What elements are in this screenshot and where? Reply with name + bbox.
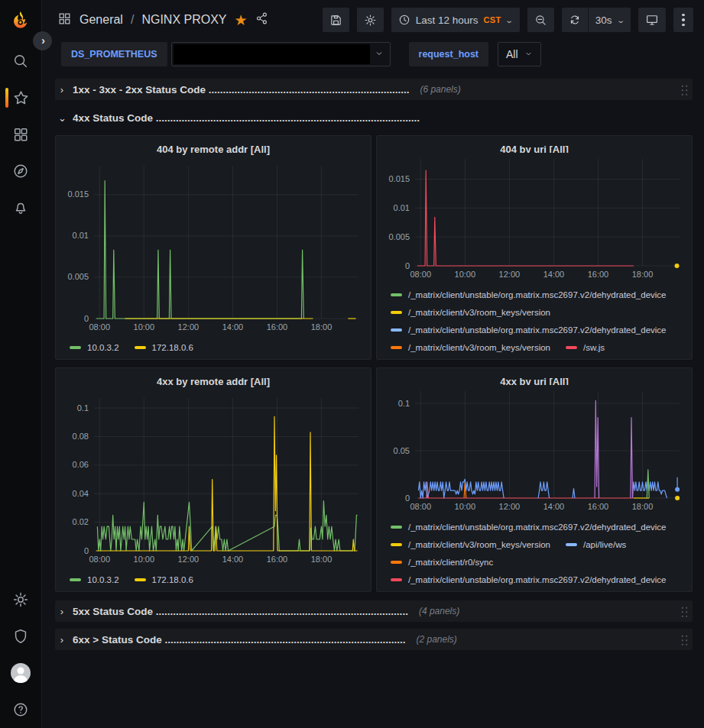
request-host-variable-label: request_host bbox=[409, 42, 489, 66]
row-title: 6xx > Status Code ......................… bbox=[73, 634, 406, 645]
svg-text:14:00: 14:00 bbox=[222, 555, 244, 564]
legend-item[interactable]: /sw.js bbox=[566, 343, 605, 352]
topbar-controls: Last 12 hours CST ⌄ 30s ⌄ bbox=[323, 8, 693, 32]
sidebar-item-alerting[interactable] bbox=[0, 189, 42, 226]
row-5xx[interactable]: › 5xx Status Code ......................… bbox=[55, 600, 693, 622]
row-6xx[interactable]: › 6xx > Status Code ....................… bbox=[55, 629, 693, 650]
refresh-interval-label: 30s bbox=[595, 15, 612, 26]
chevron-down-icon bbox=[524, 48, 533, 60]
more-options-button[interactable] bbox=[673, 8, 693, 32]
legend-item[interactable]: 172.18.0.6 bbox=[135, 575, 193, 584]
legend-item[interactable]: /_matrix/client/unstable/org.matrix.msc2… bbox=[391, 290, 667, 299]
svg-text:18:00: 18:00 bbox=[632, 270, 654, 279]
legend-item[interactable]: 10.0.3.2 bbox=[70, 343, 119, 352]
alerting-bell-icon bbox=[12, 199, 29, 216]
sidebar-item-search[interactable] bbox=[0, 43, 42, 79]
row-title: 5xx Status Code ........................… bbox=[73, 606, 408, 617]
row-4xx[interactable]: ⌄ 4xx Status Code ......................… bbox=[55, 107, 693, 128]
svg-text:0.02: 0.02 bbox=[73, 517, 89, 526]
sidebar-item-server-admin[interactable] bbox=[0, 618, 42, 655]
request-host-select[interactable]: All bbox=[498, 42, 541, 66]
kebab-icon bbox=[682, 14, 685, 27]
svg-text:0.04: 0.04 bbox=[73, 489, 89, 498]
svg-text:08:00: 08:00 bbox=[410, 270, 431, 279]
legend-row: /_matrix/client/unstable/org.matrix.msc2… bbox=[391, 571, 686, 588]
legend-swatch bbox=[391, 328, 402, 332]
sidebar-item-help[interactable] bbox=[0, 691, 42, 728]
active-indicator bbox=[5, 88, 8, 108]
legend-item[interactable]: /_matrix/client/v3/room_keys/version bbox=[391, 343, 550, 352]
legend-item[interactable]: 172.18.0.6 bbox=[135, 343, 193, 352]
cycle-view-mode-button[interactable] bbox=[638, 8, 666, 32]
apps-grid-icon bbox=[57, 11, 72, 29]
legend-row: /_matrix/client/r0/sync bbox=[391, 553, 686, 571]
sidebar-item-profile[interactable] bbox=[0, 655, 42, 691]
topbar: General / NGINX PROXY ★ Last 12 hours bbox=[42, 0, 704, 40]
dashboard-title[interactable]: NGINX PROXY bbox=[141, 13, 226, 27]
legend-swatch bbox=[391, 561, 402, 564]
refresh-button[interactable] bbox=[562, 8, 588, 32]
favorite-star-icon[interactable]: ★ bbox=[235, 13, 248, 28]
dashboards-icon bbox=[12, 126, 29, 143]
panel-title[interactable]: 404 by remote addr [All] bbox=[62, 140, 365, 160]
save-dashboard-button[interactable] bbox=[323, 8, 349, 32]
legend-item[interactable]: 10.0.3.2 bbox=[70, 575, 119, 584]
breadcrumb-section[interactable]: General bbox=[79, 13, 123, 27]
redacted-datasource-value bbox=[174, 44, 370, 64]
legend-item[interactable]: /_matrix/client/unstable/org.matrix.msc2… bbox=[391, 325, 667, 335]
share-icon[interactable] bbox=[255, 11, 269, 28]
row-1xx-3xx-2xx[interactable]: › 1xx - 3xx - 2xx Status Code ..........… bbox=[55, 79, 693, 100]
row-panel-count: (4 panels) bbox=[419, 606, 459, 616]
chart-area: 08:0010:0012:0014:0016:0018:0000.0050.01… bbox=[383, 153, 686, 284]
refresh-interval-select[interactable]: 30s ⌄ bbox=[589, 8, 631, 32]
svg-text:18:00: 18:00 bbox=[311, 322, 333, 332]
row-drag-handle[interactable] bbox=[680, 605, 688, 618]
shield-icon bbox=[12, 628, 29, 645]
legend-swatch bbox=[135, 578, 146, 581]
svg-text:0: 0 bbox=[84, 314, 89, 323]
svg-text:10:00: 10:00 bbox=[455, 270, 476, 279]
chevron-down-icon: ⌄ bbox=[58, 112, 66, 124]
sidebar-item-starred[interactable] bbox=[0, 79, 42, 116]
legend-label: 172.18.0.6 bbox=[152, 575, 193, 584]
panel-title[interactable]: 4xx by remote addr [All] bbox=[62, 372, 365, 392]
legend-item[interactable]: /_matrix/client/r0/sync bbox=[391, 558, 493, 567]
svg-text:10:00: 10:00 bbox=[455, 502, 476, 511]
chart: 08:0010:0012:0014:0016:0018:0000.050.1 bbox=[383, 385, 686, 513]
legend-label: /_matrix/client/unstable/org.matrix.msc2… bbox=[408, 575, 667, 584]
legend-item[interactable]: /_matrix/client/v3/room_keys/version bbox=[391, 308, 550, 317]
sidebar-item-dashboards[interactable] bbox=[0, 116, 42, 153]
chart: 08:0010:0012:0014:0016:0018:0000.0050.01… bbox=[383, 153, 686, 281]
row-title: 1xx - 3xx - 2xx Status Code ............… bbox=[73, 84, 409, 95]
chart: 08:0010:0012:0014:0016:0018:0000.0050.01… bbox=[62, 160, 365, 334]
sidebar-expand-button[interactable]: › bbox=[33, 31, 52, 50]
panel-404-by-remote-addr-all-: 404 by remote addr [All]08:0010:0012:001… bbox=[55, 135, 371, 360]
legend-item[interactable]: /_matrix/client/v3/room_keys/version bbox=[391, 540, 550, 549]
row-drag-handle[interactable] bbox=[680, 633, 688, 646]
datasource-select[interactable] bbox=[171, 42, 391, 66]
legend-swatch bbox=[391, 311, 402, 314]
row-panel-count: (6 panels) bbox=[420, 84, 460, 95]
panel-title[interactable]: 4xx by uri [All] bbox=[383, 372, 686, 385]
legend-label: /_matrix/client/v3/room_keys/version bbox=[408, 308, 550, 317]
row-drag-handle[interactable] bbox=[680, 83, 688, 96]
panel-title[interactable]: 404 by uri [All] bbox=[383, 140, 686, 153]
legend-label: /_matrix/client/unstable/org.matrix.msc2… bbox=[408, 290, 667, 299]
dashboard-settings-button[interactable] bbox=[357, 8, 384, 32]
sidebar-item-explore[interactable] bbox=[0, 153, 42, 189]
legend-swatch bbox=[70, 578, 81, 581]
legend-item[interactable]: /api/live/ws bbox=[566, 540, 626, 549]
svg-text:08:00: 08:00 bbox=[410, 502, 431, 511]
legend-item[interactable]: /_matrix/client/unstable/org.matrix.msc2… bbox=[391, 575, 667, 584]
time-range-picker[interactable]: Last 12 hours CST ⌄ bbox=[391, 8, 520, 32]
svg-text:14:00: 14:00 bbox=[543, 270, 565, 279]
sidebar-item-settings[interactable] bbox=[0, 581, 42, 618]
datasource-variable-label: DS_PROMETHEUS bbox=[61, 42, 167, 66]
starred-icon bbox=[12, 89, 30, 107]
svg-text:0: 0 bbox=[405, 493, 410, 503]
svg-text:08:00: 08:00 bbox=[89, 555, 110, 564]
legend-label: /api/live/ws bbox=[583, 540, 626, 549]
legend-item[interactable]: /_matrix/client/unstable/org.matrix.msc2… bbox=[391, 523, 667, 532]
legend: 10.0.3.2172.18.0.6 bbox=[62, 571, 365, 588]
zoom-out-button[interactable] bbox=[527, 8, 554, 32]
